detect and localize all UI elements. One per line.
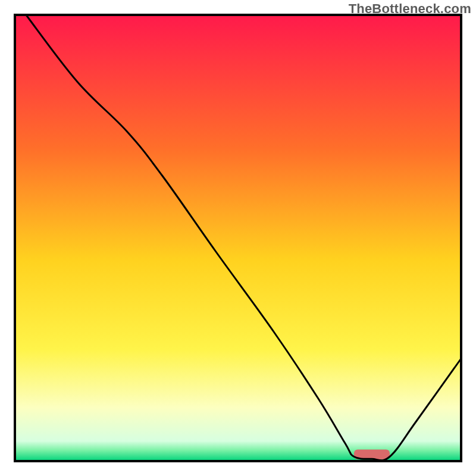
gradient-background [15, 15, 461, 461]
chart-container: TheBottleneck.com [0, 0, 476, 476]
watermark-text: TheBottleneck.com [349, 1, 471, 17]
bottleneck-chart [0, 0, 476, 476]
